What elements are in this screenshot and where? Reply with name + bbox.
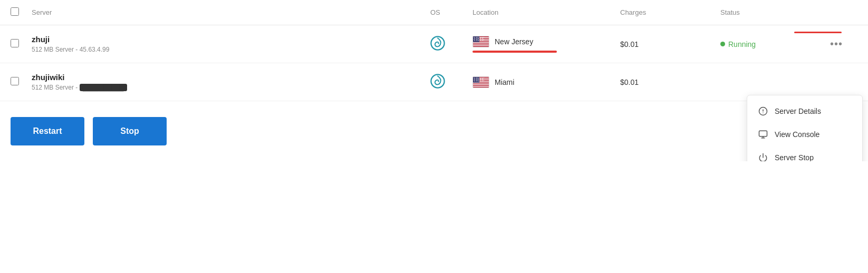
row1-checkbox[interactable] bbox=[11, 39, 19, 47]
table-row: zhuji 512 MB Server - 45.63.4.99 bbox=[0, 25, 868, 63]
select-all-checkbox[interactable] bbox=[11, 7, 19, 16]
status-dot-running bbox=[720, 42, 725, 46]
row2-location-name: Miami bbox=[495, 78, 514, 86]
server-table: Server OS Location Charges Status zhuji … bbox=[0, 0, 868, 161]
us-flag-icon-2: ★ ★ ★ ★ ★ ★ ★ ★ ★ ★ ★ ★ ★ ★ ★ ★ ★ ★ ★ ★ … bbox=[472, 76, 489, 88]
restart-button[interactable]: Restart bbox=[11, 117, 84, 145]
table-row: zhujiwiki 512 MB Server - ██████████ bbox=[0, 63, 868, 101]
row2-server-info: zhujiwiki 512 MB Server - ██████████ bbox=[32, 73, 430, 91]
row2-ip-redacted: ██████████ bbox=[80, 84, 127, 91]
menu-item-server-stop[interactable]: Server Stop bbox=[747, 146, 862, 161]
menu-server-stop-label: Server Stop bbox=[775, 153, 814, 161]
stop-button[interactable]: Stop bbox=[93, 117, 167, 145]
row2-charges: $0.01 bbox=[620, 78, 720, 86]
row1-location-name: New Jersey bbox=[495, 37, 533, 46]
svg-rect-5 bbox=[473, 42, 489, 43]
menu-server-details-label: Server Details bbox=[775, 107, 821, 115]
header-server: Server bbox=[32, 8, 430, 16]
svg-rect-7 bbox=[473, 45, 489, 46]
svg-text:★ ★ ★ ★ ★: ★ ★ ★ ★ ★ bbox=[474, 80, 484, 82]
svg-rect-19 bbox=[473, 84, 489, 85]
row1-check-col bbox=[11, 39, 32, 49]
menu-item-view-console[interactable]: View Console bbox=[747, 123, 862, 146]
svg-rect-6 bbox=[473, 43, 489, 44]
header-status: Status bbox=[720, 8, 826, 16]
row1-server-detail: 512 MB Server - 45.63.4.99 bbox=[32, 46, 430, 53]
monitor-icon bbox=[758, 129, 768, 140]
bottom-action-bar: Restart Stop bbox=[0, 101, 868, 161]
row1-os bbox=[430, 36, 472, 52]
row2-checkbox[interactable] bbox=[11, 77, 19, 85]
row1-server-name: zhuji bbox=[32, 35, 430, 44]
row2-os bbox=[430, 74, 472, 90]
row2-check-col bbox=[11, 77, 32, 87]
row1-charges: $0.01 bbox=[620, 40, 720, 48]
row1-server-info: zhuji 512 MB Server - 45.63.4.99 bbox=[32, 35, 430, 53]
svg-rect-20 bbox=[473, 85, 489, 86]
svg-rect-18 bbox=[473, 82, 489, 83]
row1-status-label: Running bbox=[728, 40, 756, 48]
header-charges: Charges bbox=[620, 8, 720, 16]
annotation-arrow-1 bbox=[794, 32, 842, 33]
menu-view-console-label: View Console bbox=[775, 130, 819, 139]
row2-location: ★ ★ ★ ★ ★ ★ ★ ★ ★ ★ ★ ★ ★ ★ ★ ★ ★ ★ ★ ★ … bbox=[472, 76, 620, 88]
svg-text:★ ★ ★ ★ ★: ★ ★ ★ ★ ★ bbox=[474, 39, 484, 41]
row1-location: ★ ★ ★ ★ ★ ★ ★ ★ ★ ★ ★ ★ ★ ★ ★ ★ ★ ★ ★ ★ … bbox=[472, 36, 620, 53]
row2-server-name: zhujiwiki bbox=[32, 73, 430, 82]
header-location: Location bbox=[472, 8, 620, 16]
context-dropdown-menu: Server Details View Console bbox=[747, 95, 863, 161]
row1-actions: ••• bbox=[826, 36, 857, 52]
svg-rect-29 bbox=[759, 131, 767, 136]
info-icon bbox=[758, 106, 768, 116]
header-os: OS bbox=[430, 8, 472, 16]
header-check-col bbox=[11, 7, 32, 17]
debian-icon-2 bbox=[430, 74, 445, 89]
table-header: Server OS Location Charges Status bbox=[0, 0, 868, 25]
annotation-underline-1 bbox=[472, 51, 557, 53]
row2-server-detail: 512 MB Server - ██████████ bbox=[32, 84, 430, 91]
us-flag-icon: ★ ★ ★ ★ ★ ★ ★ ★ ★ ★ ★ ★ ★ ★ ★ ★ ★ ★ ★ ★ … bbox=[472, 36, 489, 47]
menu-item-server-details[interactable]: Server Details bbox=[747, 100, 862, 123]
debian-icon bbox=[430, 36, 445, 51]
power-icon bbox=[758, 152, 768, 161]
row1-status: Running bbox=[720, 40, 826, 48]
row1-more-button[interactable]: ••• bbox=[826, 36, 847, 52]
